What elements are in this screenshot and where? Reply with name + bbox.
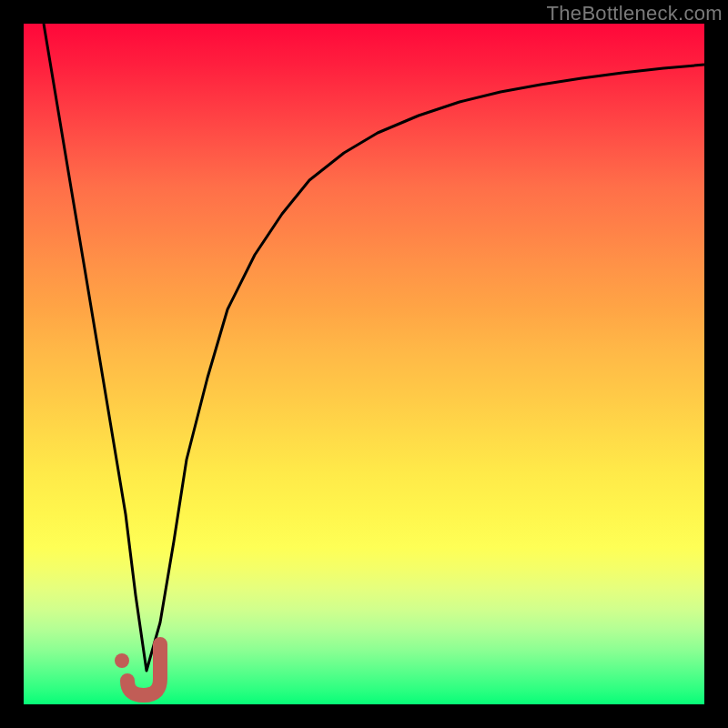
- chart-overlay: [24, 24, 704, 704]
- selected-point-dot: [115, 653, 129, 668]
- chart-frame: TheBottleneck.com: [0, 0, 728, 728]
- bottleneck-curve: [44, 24, 704, 671]
- watermark-text: TheBottleneck.com: [547, 2, 723, 25]
- plot-area: [24, 24, 704, 704]
